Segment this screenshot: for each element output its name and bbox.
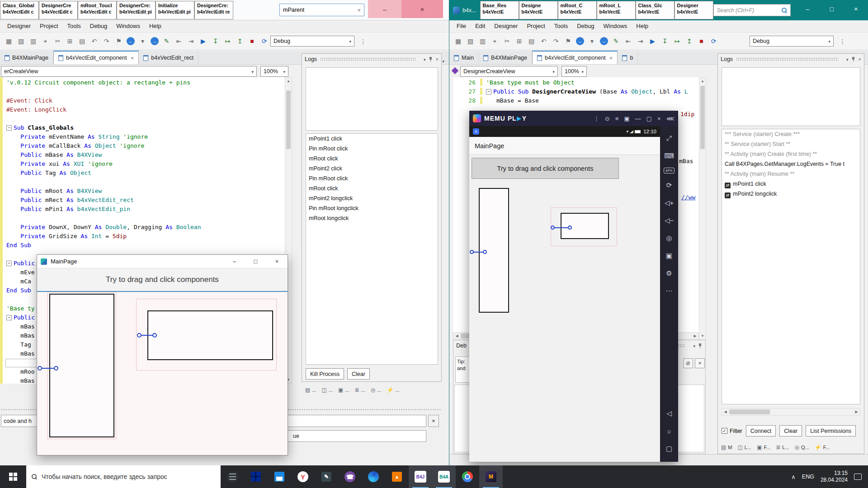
drag-handle[interactable] bbox=[320, 57, 415, 61]
open-project-icon[interactable]: ▧ bbox=[16, 36, 26, 47]
scroll-left-icon[interactable]: ◀ bbox=[722, 408, 729, 415]
build-configuration-select[interactable]: Debug bbox=[750, 36, 834, 47]
indent-right-icon[interactable]: ⇥ bbox=[635, 36, 646, 47]
new-module-icon[interactable]: ▦ bbox=[453, 36, 463, 47]
component-rectangle[interactable] bbox=[49, 294, 114, 437]
menu-tools[interactable]: Tools bbox=[63, 20, 85, 32]
collapse-sidebar-icon[interactable]: ⋘ bbox=[666, 115, 675, 122]
maximize-button[interactable] bbox=[820, 3, 844, 18]
pin-icon[interactable] bbox=[698, 343, 703, 348]
back-history-icon[interactable]: ▾ bbox=[137, 36, 148, 47]
fold-toggle-icon[interactable]: − bbox=[486, 89, 491, 94]
menu-edit[interactable]: Edit bbox=[471, 20, 490, 32]
component-canvas[interactable] bbox=[37, 292, 288, 455]
fold-toggle-icon[interactable]: − bbox=[6, 261, 12, 266]
sub-navigator-select[interactable]: erCreateView bbox=[1, 66, 257, 77]
scroll-up-icon[interactable]: ▲ bbox=[285, 78, 292, 84]
navigate-back-icon[interactable]: ← bbox=[576, 37, 584, 45]
zoom-select[interactable]: 100% bbox=[561, 66, 587, 77]
document-tab[interactable]: mRoot_Touclb4xVectEdit c bbox=[78, 1, 117, 19]
scroll-down-icon[interactable]: ▼ bbox=[699, 333, 706, 339]
floppy-app[interactable] bbox=[268, 465, 291, 488]
logs-tab[interactable]: ≣... bbox=[355, 387, 365, 393]
window-titlebar[interactable]: MainPage bbox=[37, 255, 288, 268]
volume-down-icon[interactable]: ◁− bbox=[665, 215, 674, 226]
fold-toggle-icon[interactable]: − bbox=[6, 125, 12, 131]
component-pin[interactable] bbox=[38, 366, 58, 371]
comment-selection-icon[interactable]: ✎ bbox=[161, 36, 172, 47]
search-tab[interactable]: ◎... bbox=[371, 387, 382, 393]
clear-logs-button[interactable]: Clear bbox=[347, 368, 370, 380]
b4a-app[interactable]: B4A bbox=[432, 465, 456, 488]
menu-windows[interactable]: Windows bbox=[599, 20, 632, 32]
logs-filter-box[interactable] bbox=[306, 67, 438, 131]
search-tab[interactable]: ◎Q... bbox=[795, 444, 809, 450]
logs-list[interactable]: *** Service (starter) Create ***** Servi… bbox=[722, 129, 860, 404]
maximize-icon[interactable]: ▢ bbox=[646, 115, 652, 122]
list-permissions-button[interactable]: List Permissions bbox=[806, 425, 856, 436]
component-rectangle[interactable] bbox=[147, 310, 273, 360]
pin-icon[interactable] bbox=[429, 57, 433, 62]
memu-app[interactable]: M bbox=[479, 465, 503, 488]
menu-debug[interactable]: Debug bbox=[572, 20, 599, 32]
menu-designer[interactable]: Designer bbox=[490, 20, 522, 32]
clock[interactable]: 13:15 28.04.2024 bbox=[821, 470, 848, 483]
layouts-tab[interactable]: ◫L... bbox=[738, 444, 752, 450]
files-tab[interactable]: ▣F... bbox=[757, 444, 770, 450]
document-tab[interactable]: mRoot_Lb4xVectE bbox=[597, 1, 636, 19]
scroll-right-icon[interactable]: ▶ bbox=[853, 408, 860, 415]
cut-icon[interactable]: ✂ bbox=[52, 36, 63, 47]
component-pin[interactable] bbox=[137, 333, 157, 338]
quick-tab[interactable]: ⚡F... bbox=[815, 444, 830, 450]
editor-tab[interactable]: b bbox=[618, 52, 638, 64]
zoom-select[interactable]: 100% bbox=[260, 66, 288, 77]
logs-filter-box[interactable] bbox=[722, 67, 860, 126]
indent-left-icon[interactable]: ⇤ bbox=[623, 36, 633, 47]
close-tab-icon[interactable]: × bbox=[609, 55, 613, 61]
scrollbar-thumb[interactable] bbox=[700, 86, 705, 149]
find-icon[interactable]: ⌖ bbox=[40, 36, 51, 47]
rebuild-icon[interactable]: ⟳ bbox=[708, 36, 719, 47]
maximize-button[interactable] bbox=[245, 255, 266, 268]
close-find-button[interactable] bbox=[428, 415, 439, 427]
document-tab[interactable]: Base_Resb4xVectE bbox=[480, 1, 519, 19]
document-tab[interactable]: Initializeb4xVectEdit pi bbox=[156, 1, 194, 19]
copy-icon[interactable]: ⊞ bbox=[514, 36, 524, 47]
settings-icon[interactable]: ⚙ bbox=[666, 267, 672, 279]
copy-icon[interactable]: ⊞ bbox=[65, 36, 75, 47]
bookmark-filter-box[interactable]: mParent bbox=[279, 4, 364, 16]
save-all-icon[interactable]: ▥ bbox=[28, 36, 38, 47]
close-icon[interactable] bbox=[859, 56, 861, 62]
editor-tab[interactable]: b4xVectEdit_component× bbox=[53, 51, 139, 64]
menu-project[interactable]: Project bbox=[522, 20, 549, 32]
close-tab-icon[interactable]: × bbox=[131, 55, 134, 61]
comment-selection-icon[interactable]: ✎ bbox=[611, 36, 621, 47]
logs-horizontal-scrollbar[interactable]: ◀ ▶ bbox=[722, 408, 860, 416]
stop-icon[interactable]: ■ bbox=[247, 36, 257, 47]
action-center-icon[interactable] bbox=[854, 474, 862, 480]
step-out-icon[interactable]: ↥ bbox=[684, 36, 694, 47]
clear-logs-button[interactable]: Clear bbox=[779, 425, 802, 436]
editor-tab[interactable]: B4XMainPage bbox=[479, 52, 532, 64]
open-project-icon[interactable]: ▧ bbox=[465, 36, 476, 47]
menu-help[interactable]: Help bbox=[145, 20, 166, 32]
logs-tab[interactable]: ≣L... bbox=[776, 444, 789, 450]
document-tab[interactable]: DesignerCre:b4xVectEdit pi bbox=[117, 1, 156, 19]
fullscreen-icon[interactable]: ⤢ bbox=[666, 132, 672, 144]
close-button[interactable] bbox=[401, 0, 443, 18]
scrollbar-thumb[interactable] bbox=[729, 409, 770, 414]
step-into-icon[interactable]: ↧ bbox=[660, 36, 670, 47]
scroll-right-icon[interactable]: ▶ bbox=[692, 333, 698, 339]
account-icon[interactable]: ⊙ bbox=[605, 115, 610, 122]
toolbar-overflow-icon[interactable] bbox=[358, 36, 368, 47]
sub-navigator-select[interactable]: DesignerCreateView bbox=[460, 66, 558, 77]
document-tab[interactable]: DesignerCre:b4xVectEdit re bbox=[194, 1, 233, 19]
document-tab[interactable]: mRoot_Cb4xVectE bbox=[558, 1, 597, 19]
editor-tab[interactable]: Main bbox=[449, 52, 479, 64]
editor-tab[interactable]: B4XMainPage bbox=[0, 52, 53, 64]
rotate-icon[interactable]: ⟳ bbox=[666, 179, 672, 191]
step-out-icon[interactable]: ↥ bbox=[235, 36, 245, 47]
step-over-icon[interactable]: ↦ bbox=[672, 36, 682, 47]
bookmark-icon[interactable]: ⚑ bbox=[563, 36, 573, 47]
back-history-icon[interactable]: ▾ bbox=[587, 36, 597, 47]
